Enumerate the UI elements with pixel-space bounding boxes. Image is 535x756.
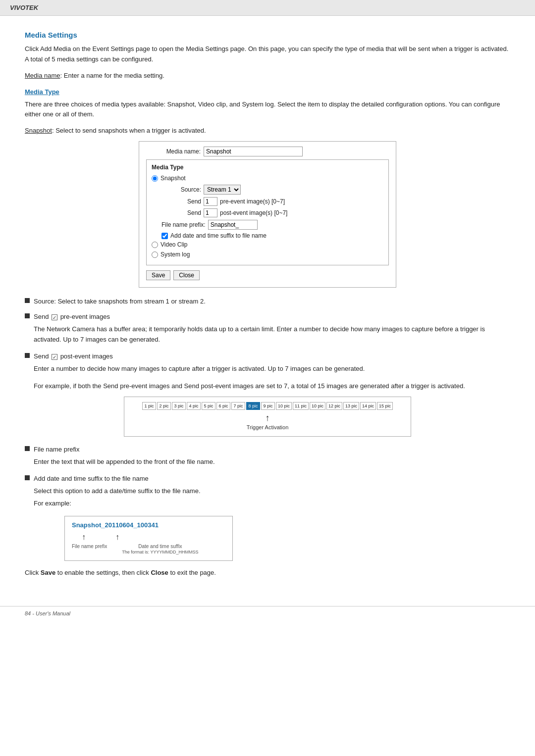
pic-cell-13: 12 pic <box>326 402 342 410</box>
bullet-icon-date <box>25 475 30 480</box>
date-suffix-desc2: For example: <box>34 499 201 509</box>
media-type-desc: There are three choices of media types a… <box>25 100 510 120</box>
file-prefix-desc: Enter the text that will be appended to … <box>34 457 215 467</box>
stream-select[interactable]: Stream 1 Stream 2 <box>204 185 241 195</box>
add-date-row: Add date and time suffix to file name <box>161 232 383 239</box>
video-clip-label: Video Clip <box>160 241 187 248</box>
snapshot-radio-label: Snapshot <box>160 175 186 182</box>
snapshot-line: Snapshot: Select to send snapshots when … <box>25 127 510 134</box>
bullet-icon-prefix <box>25 446 30 451</box>
video-clip-radio-row: Video Clip <box>152 241 383 248</box>
snapshot-options: Source: Stream 1 Stream 2 Send pre-event… <box>161 185 383 239</box>
media-settings-form: Media name: Media Type Snapshot Source: … <box>139 141 396 288</box>
final-line: Click Save to enable the settings, then … <box>25 569 510 576</box>
post-event-desc: Enter a number to decide how many images… <box>34 364 365 374</box>
pic-cell-3: 3 pic <box>172 402 186 410</box>
post-event-inline-checkbox <box>52 354 57 360</box>
header-bar: VIVOTEK <box>0 0 535 16</box>
pic-row: 1 pic2 pic3 pic4 pic5 pic6 pic7 pic8 pic… <box>129 402 406 410</box>
brand-label: VIVOTEK <box>10 4 38 11</box>
intro-text: Click Add Media on the Event Settings pa… <box>25 44 510 65</box>
bullet-icon-pre <box>25 313 30 318</box>
media-name-input[interactable] <box>204 147 303 156</box>
pic-cell-1: 1 pic <box>142 402 156 410</box>
post-event-text: post-event image(s) [0~7] <box>220 209 287 216</box>
pic-cell-9: 9 pic <box>261 402 275 410</box>
send1-label: Send <box>161 198 201 205</box>
pre-event-bullet: Send pre-event images The Network Camera… <box>25 312 510 347</box>
file-prefix-input[interactable] <box>208 220 258 230</box>
pic-cell-11: 11 pic <box>293 402 309 410</box>
snapshot-radio-row: Snapshot <box>152 175 383 182</box>
bullet-list: Source: Select to take snapshots from st… <box>25 297 510 561</box>
snapshot-radio[interactable] <box>152 175 158 182</box>
video-clip-radio[interactable] <box>152 242 158 248</box>
date-suffix-bullet: Add date and time suffix to the file nam… <box>25 474 510 510</box>
file-prefix-row: File name prefix: <box>161 220 383 230</box>
arrow-row: ↑ <box>129 413 406 423</box>
send2-label: Send <box>161 209 201 216</box>
source-bullet: Source: Select to take snapshots from st… <box>25 297 510 307</box>
pic-cell-12: 10 pic <box>310 402 325 410</box>
save-button[interactable]: Save <box>146 270 170 280</box>
media-name-desc: Media name: Enter a name for the media s… <box>25 72 510 79</box>
pic-cell-14: 13 pic <box>343 402 359 410</box>
example-label1: File name prefix <box>72 544 107 554</box>
system-log-radio-row: System log <box>152 251 383 258</box>
pic-cell-5: 5 pic <box>202 402 215 410</box>
pre-event-desc: The Network Camera has a buffer area; it… <box>34 324 510 345</box>
date-suffix-title: Add date and time suffix to the file nam… <box>34 474 201 484</box>
pre-event-title: Send pre-event images <box>34 312 510 322</box>
pre-event-text: pre-event image(s) [0~7] <box>220 198 285 205</box>
close-button[interactable]: Close <box>173 270 200 280</box>
system-log-label: System log <box>160 251 190 258</box>
bullet-icon-post <box>25 353 30 358</box>
arrow2: ↑ <box>115 533 119 542</box>
example-labels-row: File name prefix Date and time suffix Th… <box>72 544 225 554</box>
media-name-form-label: Media name: <box>146 148 201 155</box>
pre-event-row: Send pre-event image(s) [0~7] <box>161 197 383 206</box>
add-date-label: Add date and time suffix to file name <box>170 232 267 239</box>
example-label2: Date and time suffix The format is: YYYY… <box>122 544 198 554</box>
date-suffix-desc1: Select this option to add a date/time su… <box>34 486 201 497</box>
example-filename-box: Snapshot_20110604_100341 ↑ ↑ File name p… <box>64 516 233 561</box>
form-buttons: Save Close <box>146 270 389 280</box>
pic-cell-2: 2 pic <box>157 402 171 410</box>
media-name-label: Media name <box>25 72 60 79</box>
media-type-legend: Media Type <box>152 164 383 171</box>
post-event-input[interactable] <box>204 208 217 217</box>
pic-cell-10: 10 pic <box>276 402 292 410</box>
pre-event-inline-checkbox <box>52 314 57 320</box>
example-filename: Snapshot_20110604_100341 <box>72 521 225 529</box>
source-label: Source: <box>161 186 201 193</box>
example-intro-text: For example, if both the Send pre-event … <box>34 381 510 392</box>
footer-text: 84 - User's Manual <box>25 610 70 616</box>
arrow1: ↑ <box>82 533 86 542</box>
source-row: Source: Stream 1 Stream 2 <box>161 185 383 195</box>
pic-cell-15: 14 pic <box>360 402 376 410</box>
bullet-icon-source <box>25 298 30 303</box>
snapshot-underline: Snapshot <box>25 127 52 134</box>
file-prefix-title: File name prefix <box>34 445 215 455</box>
media-type-link[interactable]: Media Type <box>25 88 510 96</box>
pic-cell-7: 7 pic <box>231 402 245 410</box>
pic-cell-4: 4 pic <box>187 402 201 410</box>
footer: 84 - User's Manual <box>0 606 535 620</box>
add-date-checkbox[interactable] <box>161 233 168 239</box>
source-bullet-text: Source: Select to take snapshots from st… <box>34 298 206 305</box>
trigger-chart: 1 pic2 pic3 pic4 pic5 pic6 pic7 pic8 pic… <box>124 397 411 437</box>
post-event-bullet: Send post-event images Enter a number to… <box>25 352 510 376</box>
file-prefix-bullet: File name prefix Enter the text that wil… <box>25 445 510 469</box>
trigger-label: Trigger Activation <box>129 424 406 430</box>
pic-cell-8: 8 pic <box>246 402 260 410</box>
pic-cell-16: 15 pic <box>377 402 393 410</box>
pic-cell-6: 6 pic <box>216 402 230 410</box>
section-title: Media Settings <box>25 31 510 39</box>
file-prefix-label: File name prefix: <box>161 221 206 228</box>
media-type-fieldset: Media Type Snapshot Source: Stream 1 Str… <box>146 159 389 265</box>
pre-event-input[interactable] <box>204 197 217 206</box>
post-event-title: Send post-event images <box>34 352 365 362</box>
post-event-row: Send post-event image(s) [0~7] <box>161 208 383 217</box>
media-type-subsection: Media Type There are three choices of me… <box>25 88 510 120</box>
system-log-radio[interactable] <box>152 252 158 258</box>
